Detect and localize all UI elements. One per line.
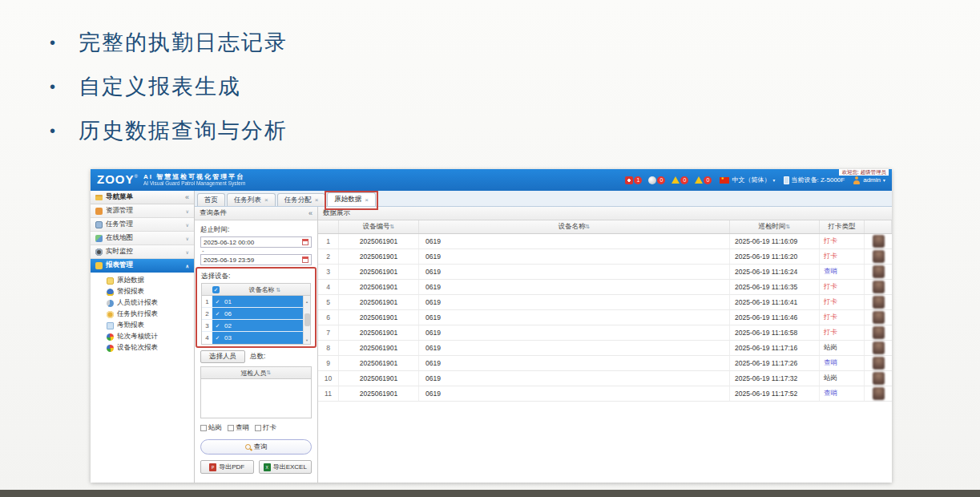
device-scrollbar[interactable] (303, 296, 310, 344)
photo-cell[interactable] (865, 295, 892, 309)
select-person-button[interactable]: 选择人员 (200, 350, 245, 363)
tab[interactable]: 首页 (197, 193, 225, 206)
row-number-column-header (318, 220, 339, 233)
submenu-item[interactable]: 设备轮次报表 (91, 342, 194, 354)
notification-badge[interactable]: 0 (671, 176, 688, 184)
device-name-cell: 0619 (419, 325, 730, 340)
table-row[interactable]: 11 2025061901 0619 2025-06-19 11:17:52 查… (318, 386, 892, 402)
checkbox-unchecked-icon[interactable] (200, 425, 207, 431)
table-row[interactable]: 7 2025061901 0619 2025-06-19 11:16:58 打卡 (318, 325, 892, 341)
calendar-icon[interactable] (302, 239, 309, 245)
device-row[interactable]: 4 03 (202, 332, 303, 344)
device-no-column-header[interactable]: 设备编号 (339, 220, 419, 233)
photo-cell[interactable] (865, 249, 892, 264)
photo-cell[interactable] (865, 265, 892, 279)
close-tab-icon[interactable] (315, 196, 319, 204)
notification-badge[interactable]: 0 (648, 176, 665, 184)
notification-badge[interactable]: 1 (625, 176, 642, 184)
table-row[interactable]: 1 2025061901 0619 2025-06-19 11:16:09 打卡 (318, 234, 892, 249)
table-row[interactable]: 6 2025061901 0619 2025-06-19 11:16:46 打卡 (318, 310, 892, 325)
device-row[interactable]: 2 06 (202, 308, 303, 320)
device-row[interactable]: 1 01 (202, 296, 303, 308)
photo-cell[interactable] (865, 356, 892, 370)
device-row-selected[interactable]: 01 (212, 296, 303, 307)
table-row[interactable]: 10 2025061901 0619 2025-06-19 11:17:32 站… (318, 371, 892, 386)
tab[interactable]: 任务分配 (277, 193, 326, 206)
close-tab-icon[interactable] (365, 196, 369, 204)
photo-cell[interactable] (865, 325, 892, 340)
sidebar-item[interactable]: 报表管理 (91, 259, 194, 273)
checkbox-unchecked-icon[interactable] (228, 425, 234, 431)
device-row-selected[interactable]: 03 (212, 332, 303, 344)
submenu-item[interactable]: 人员统计报表 (91, 297, 194, 309)
scroll-up-icon[interactable] (305, 297, 309, 305)
submenu-item[interactable]: 考勤报表 (91, 320, 194, 331)
person-table-header[interactable]: 巡检人员 (201, 367, 311, 379)
sidebar-item[interactable]: 实时监控 (91, 245, 194, 259)
photo-cell[interactable] (865, 386, 892, 401)
device-no-cell: 2025061901 (339, 341, 419, 355)
table-row[interactable]: 9 2025061901 0619 2025-06-19 11:17:26 查哨 (318, 356, 892, 371)
photo-cell[interactable] (865, 310, 892, 325)
device-row-selected[interactable]: 02 (212, 320, 303, 331)
checkbox-unchecked-icon[interactable] (255, 425, 261, 431)
device-name-column-header[interactable]: 设备名称 (419, 220, 730, 233)
patrol-time-column-header[interactable]: 巡检时间 (730, 220, 820, 233)
clock-type-column-header[interactable]: 打卡类型 (820, 220, 865, 233)
type-checkbox[interactable]: 打卡 (255, 423, 276, 433)
submenu-item[interactable]: 任务执行报表 (91, 309, 194, 320)
brand: ZOOY ® AI 智慧巡检可视化管理平台 AI Visual Guard Pa… (97, 173, 245, 187)
tab[interactable]: 原始数据 (327, 192, 376, 206)
device-row[interactable]: 3 02 (202, 320, 303, 332)
time-separator: - (202, 248, 312, 254)
user-menu[interactable]: admin (853, 176, 885, 184)
type-checkbox[interactable]: 站岗 (200, 423, 222, 433)
query-button[interactable]: 查询 (200, 439, 312, 455)
checkbox-checked-icon[interactable] (214, 310, 221, 317)
device-row-selected[interactable]: 06 (212, 308, 303, 319)
photo-cell[interactable] (865, 371, 892, 386)
collapse-sidebar-icon[interactable] (185, 193, 189, 201)
device-no-cell: 2025061901 (339, 356, 419, 370)
device-table-body: 1 01 (202, 296, 310, 344)
table-row[interactable]: 4 2025061901 0619 2025-06-19 11:16:35 打卡 (318, 280, 892, 295)
language-selector[interactable]: 中文（简体） (720, 176, 775, 184)
type-checkbox[interactable]: 查哨 (228, 423, 249, 433)
checkbox-checked-icon[interactable] (214, 322, 221, 329)
bullet-text: 完整的执勤日志记录 (79, 28, 288, 57)
table-row[interactable]: 5 2025061901 0619 2025-06-19 11:16:41 打卡 (318, 295, 892, 310)
table-row[interactable]: 2 2025061901 0619 2025-06-19 11:16:20 打卡 (318, 249, 892, 265)
checkbox-checked-icon[interactable] (214, 334, 221, 341)
device-name-column-header[interactable]: 设备名称 (220, 285, 310, 294)
export-pdf-button[interactable]: 导出PDF (200, 460, 254, 474)
clock-type-cell: 打卡 (820, 249, 865, 264)
submenu-item[interactable]: 轮次考核统计 (91, 331, 194, 342)
device-table-header: 设备名称 (202, 284, 310, 296)
sidebar-item[interactable]: 任务管理 (91, 218, 194, 232)
close-tab-icon[interactable] (264, 196, 268, 204)
scroll-down-icon[interactable] (305, 335, 309, 343)
photo-cell[interactable] (865, 280, 892, 294)
submenu-item[interactable]: 原始数据 (91, 275, 194, 286)
calendar-icon[interactable] (302, 257, 309, 263)
current-device[interactable]: 当前设备: Z-5000F (784, 176, 845, 184)
export-excel-button[interactable]: 导出EXCEL (259, 460, 313, 474)
collapse-panel-icon[interactable] (309, 209, 313, 217)
table-row[interactable]: 3 2025061901 0619 2025-06-19 11:16:24 查哨 (318, 265, 892, 280)
row-number: 6 (318, 310, 339, 325)
notification-badge[interactable]: 0 (695, 176, 712, 184)
checkbox-checked-icon[interactable] (214, 298, 221, 305)
notification-icon (625, 176, 633, 184)
sidebar-item[interactable]: 在线地图 (91, 232, 194, 245)
sidebar-item[interactable]: 资源管理 (91, 204, 194, 218)
table-row[interactable]: 8 2025061901 0619 2025-06-19 11:17:16 站岗 (318, 341, 892, 356)
select-all-checkbox-icon[interactable] (212, 286, 220, 293)
photo-cell[interactable] (865, 234, 892, 248)
photo-cell[interactable] (865, 341, 892, 355)
submenu-item[interactable]: 警报报表 (91, 286, 194, 297)
start-time-input[interactable]: 2025-06-12 00:00 (200, 236, 312, 248)
scrollbar-thumb[interactable] (304, 313, 310, 326)
tab[interactable]: 任务列表 (227, 193, 276, 206)
submenu-item-icon (107, 300, 114, 307)
end-time-input[interactable]: 2025-06-19 23:59 (200, 254, 312, 265)
